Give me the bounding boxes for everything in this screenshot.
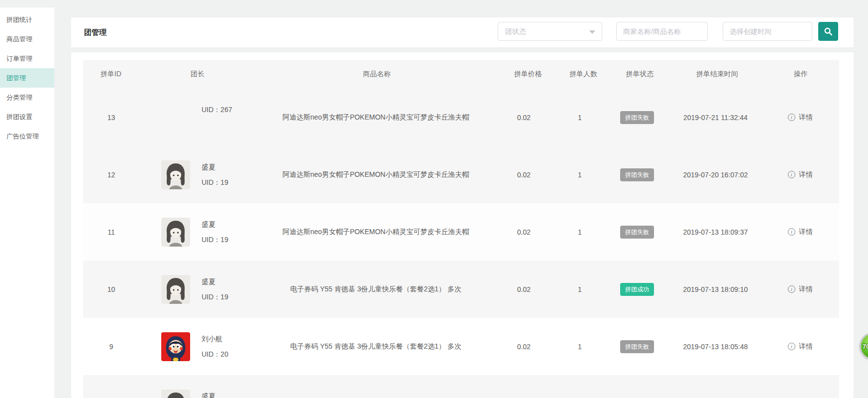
leader-uid: UID：20	[202, 350, 228, 358]
leader-avatar	[161, 275, 190, 304]
order-end-time: 2019-07-21 11:32:44	[669, 114, 761, 122]
order-people: 1	[555, 228, 605, 236]
leader-uid: UID：19	[202, 293, 228, 301]
col-header-end-time: 拼单结束时间	[672, 70, 763, 79]
leader-name: 刘小航	[202, 335, 228, 343]
order-end-time: 2019-07-13 18:05:48	[669, 343, 761, 351]
search-button[interactable]	[818, 22, 838, 41]
table-row: 12 盛夏 UID：19 阿迪达斯neo男女帽子POKEMON小精灵宝可梦皮卡丘…	[83, 146, 839, 203]
leader-name: 盛夏	[202, 277, 228, 285]
table-row: 9 刘小航 UID：20 电	[83, 318, 839, 375]
order-people: 1	[555, 171, 605, 179]
leader-name: 盛夏	[202, 220, 228, 228]
product-name: 阿迪达斯neo男女帽子POKEMON小精灵宝可梦皮卡丘渔夫帽	[259, 113, 493, 122]
status-badge: 拼团成功	[620, 283, 654, 296]
leader-uid: UID：267	[202, 106, 232, 114]
detail-link[interactable]: 详情	[799, 285, 813, 294]
detail-link[interactable]: 详情	[799, 228, 813, 237]
detail-link[interactable]: 详情	[799, 342, 813, 351]
leader-avatar	[161, 218, 190, 247]
order-price: 0.02	[493, 285, 555, 293]
sidebar-item-ad-mgmt[interactable]: 广告位管理	[0, 127, 54, 146]
col-header-leader: 团长	[139, 70, 257, 79]
status-select[interactable]: 团状态	[498, 22, 602, 41]
order-price: 0.02	[493, 114, 555, 122]
order-price: 0.02	[493, 171, 555, 179]
order-price: 0.02	[493, 228, 555, 236]
table-row: 盛夏	[83, 375, 839, 398]
col-header-product: 商品名称	[256, 70, 497, 79]
order-id: 12	[83, 171, 139, 179]
leader-uid: UID：19	[202, 236, 228, 244]
product-name: 电子券码 Y55 肯德基 3份儿童快乐餐（套餐2选1） 多次	[259, 285, 493, 294]
detail-link[interactable]: 详情	[799, 170, 813, 179]
status-badge: 拼团失败	[620, 340, 654, 353]
col-header-order-id: 拼单ID	[83, 70, 139, 79]
col-header-status: 拼单状态	[608, 70, 671, 79]
status-badge: 拼团失败	[620, 111, 654, 124]
leader-uid: UID：19	[202, 178, 228, 186]
status-select-placeholder: 团状态	[505, 22, 526, 40]
sidebar-item-order-mgmt[interactable]: 订单管理	[0, 49, 54, 68]
info-icon: i	[788, 171, 795, 178]
floating-button-label: 70	[863, 343, 868, 350]
date-input[interactable]	[723, 22, 812, 41]
leader-avatar	[161, 332, 190, 361]
sidebar-item-group-mgmt[interactable]: 团管理	[0, 68, 54, 88]
leader-name: 盛夏	[202, 163, 228, 171]
order-people: 1	[555, 285, 605, 293]
leader-cell: 盛夏 UID：19	[139, 218, 259, 247]
order-price: 0.02	[493, 343, 555, 351]
table-header-row: 拼单ID 团长 商品名称 拼单价格 拼单人数 拼单状态 拼单结束时间 操作	[83, 60, 839, 89]
leader-avatar	[161, 160, 190, 189]
product-name: 阿迪达斯neo男女帽子POKEMON小精灵宝可梦皮卡丘渔夫帽	[259, 170, 493, 179]
chevron-down-icon	[589, 30, 595, 34]
status-badge: 拼团失败	[620, 226, 654, 239]
page-title: 团管理	[84, 17, 107, 47]
sidebar-item-group-stats[interactable]: 拼团统计	[0, 10, 54, 29]
info-icon: i	[788, 343, 795, 350]
leader-cell: 刘小航 UID：20	[139, 332, 259, 361]
group-table-card: 拼单ID 团长 商品名称 拼单价格 拼单人数 拼单状态 拼单结束时间 操作 13…	[71, 52, 854, 398]
info-icon: i	[788, 285, 795, 293]
floating-green-button[interactable]: 70	[860, 332, 868, 360]
order-end-time: 2019-07-20 16:07:02	[669, 171, 761, 179]
sidebar: 拼团统计 商品管理 订单管理 团管理 分类管理 拼团设置 广告位管理	[0, 7, 54, 398]
order-end-time: 2019-07-13 18:09:10	[669, 285, 761, 293]
leader-avatar	[161, 390, 190, 398]
keyword-input[interactable]	[616, 22, 708, 41]
sidebar-item-group-settings[interactable]: 拼团设置	[0, 107, 54, 127]
leader-name: 盛夏	[202, 392, 216, 398]
order-end-time: 2019-07-13 18:09:37	[669, 228, 761, 236]
product-name: 电子券码 Y55 肯德基 3份儿童快乐餐（套餐2选1） 多次	[259, 342, 493, 351]
leader-cell: 盛夏 UID：19	[139, 275, 259, 304]
info-icon: i	[788, 228, 795, 236]
sidebar-item-category-mgmt[interactable]: 分类管理	[0, 88, 54, 107]
order-id: 9	[83, 343, 139, 351]
order-people: 1	[555, 114, 605, 122]
sidebar-item-product-mgmt[interactable]: 商品管理	[0, 29, 54, 49]
col-header-actions: 操作	[762, 70, 839, 79]
group-table: 拼单ID 团长 商品名称 拼单价格 拼单人数 拼单状态 拼单结束时间 操作 13…	[83, 60, 839, 398]
order-id: 13	[83, 114, 139, 122]
info-icon: i	[788, 114, 795, 121]
page-header-card: 团管理 团状态	[71, 17, 854, 47]
detail-link[interactable]: 详情	[799, 113, 813, 122]
leader-name	[202, 121, 232, 129]
leader-cell: UID：267	[139, 106, 259, 129]
leader-cell: 盛夏 UID：19	[139, 160, 259, 189]
table-row: 11 盛夏 UID：19 阿迪达斯neo男女帽子POKEMON小精灵宝可梦皮卡丘…	[83, 203, 839, 261]
search-icon	[824, 27, 833, 36]
leader-cell: 盛夏	[139, 390, 259, 398]
table-row: 13 UID：267 阿迪达斯neo男女帽子POKEMON小精灵宝可梦皮卡丘渔夫…	[83, 89, 839, 146]
status-badge: 拼团失败	[620, 168, 654, 181]
col-header-people: 拼单人数	[559, 70, 608, 79]
product-name: 阿迪达斯neo男女帽子POKEMON小精灵宝可梦皮卡丘渔夫帽	[259, 228, 493, 237]
table-row: 10 盛夏 UID：19 电子券码 Y55 肯德基 3份儿童快乐餐（套餐2选1）…	[83, 261, 839, 318]
order-people: 1	[555, 343, 605, 351]
col-header-price: 拼单价格	[497, 70, 558, 79]
order-id: 11	[83, 228, 139, 236]
order-id: 10	[83, 285, 139, 293]
